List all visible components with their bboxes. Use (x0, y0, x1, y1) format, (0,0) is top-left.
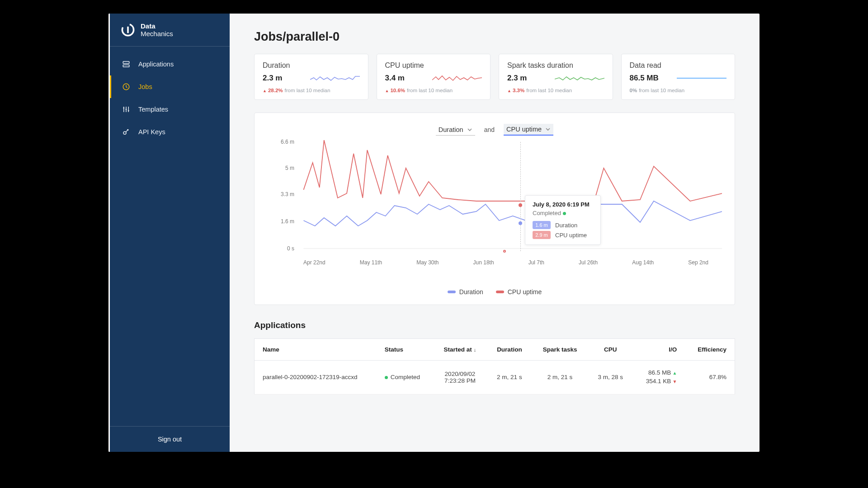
card-cpu-uptime: CPU uptime 3.4 m 10.6% from last 10 medi… (377, 54, 491, 100)
svg-point-5 (123, 131, 126, 134)
col-name[interactable]: Name (255, 339, 377, 361)
cell-name: parallel-0-20200902-172319-accxd (255, 361, 377, 394)
svg-rect-1 (127, 27, 129, 33)
status-text: Completed (391, 374, 420, 380)
sidebar-item-label: Jobs (138, 83, 152, 90)
chart-body: 6.6 m 5 m 3.3 m 1.6 m 0 s (267, 140, 722, 280)
metric-cards-row: Duration 2.3 m 28.2% from last 10 median… (254, 54, 735, 100)
card-footer: 28.2% from last 10 median (263, 88, 360, 93)
delta-suffix: from last 10 median (639, 88, 684, 93)
applications-table: Name Status Started at↓ Duration Spark t… (254, 338, 735, 394)
select-label: Duration (439, 126, 463, 133)
card-title: Spark tasks duration (507, 61, 604, 70)
tooltip-status: Completed (533, 210, 593, 216)
io-in: 86.5 MB (648, 369, 671, 376)
arrow-up-icon: ▲ (672, 371, 677, 375)
io-out: 354.1 KB (646, 378, 671, 385)
chart-panel: Duration and CPU uptime 6.6 m 5 m 3.3 m … (254, 113, 735, 305)
delta-suffix: from last 10 median (526, 88, 572, 93)
sidebar-item-templates[interactable]: Templates (110, 98, 230, 121)
legend-label: CPU uptime (508, 288, 542, 296)
delta-suffix: from last 10 median (407, 88, 453, 93)
chart-tooltip: July 8, 2020 6:19 PM Completed 1.6 m Dur… (525, 195, 601, 245)
applications-heading: Applications (254, 320, 735, 330)
card-data-read: Data read 86.5 MB 0% from last 10 median (621, 54, 736, 100)
y-tick: 6.6 m (281, 139, 294, 145)
card-value: 3.4 m (385, 74, 405, 83)
y-axis: 6.6 m 5 m 3.3 m 1.6 m 0 s (267, 140, 299, 249)
tooltip-date: July 8, 2020 6:19 PM (533, 201, 593, 208)
card-title: Duration (263, 61, 360, 70)
x-tick: Apr 22nd (303, 259, 326, 266)
col-efficiency[interactable]: Efficiency (685, 339, 735, 361)
logo: Data Mechanics (110, 14, 230, 47)
tooltip-badge: 2.9 m (533, 231, 551, 239)
card-footer: 0% from last 10 median (630, 88, 727, 93)
delta-suffix: from last 10 median (285, 88, 330, 93)
legend-swatch-icon (496, 291, 504, 293)
x-tick: Aug 14th (632, 259, 654, 266)
page-title: Jobs/parallel-0 (254, 30, 735, 44)
legend-item-cpu: CPU uptime (496, 288, 542, 296)
col-status[interactable]: Status (377, 339, 434, 361)
chevron-down-icon (467, 127, 472, 132)
col-spark-tasks[interactable]: Spark tasks (532, 339, 588, 361)
cell-status: Completed (377, 361, 434, 394)
chart-hover-dot-cpu (519, 203, 522, 207)
card-footer: 3.3% from last 10 median (507, 88, 604, 93)
cell-duration: 2 m, 21 s (487, 361, 533, 394)
chart-svg[interactable] (267, 140, 722, 258)
delta-value: 3.3% (507, 88, 524, 93)
logo-line2: Mechanics (141, 30, 173, 38)
logo-text: Data Mechanics (141, 22, 173, 38)
legend-item-duration: Duration (448, 288, 483, 296)
x-tick: May 11th (360, 259, 382, 266)
status-dot-icon (385, 376, 388, 379)
tooltip-label: CPU uptime (555, 232, 587, 239)
card-title: Data read (630, 61, 727, 70)
started-time: 7:23:28 PM (441, 377, 478, 384)
sidebar-item-label: API Keys (138, 128, 165, 136)
chart-select-b[interactable]: CPU uptime (504, 124, 553, 136)
logo-icon (120, 22, 136, 38)
x-tick: Jun 18th (473, 259, 494, 266)
tooltip-status-text: Completed (533, 210, 561, 216)
signout-button[interactable]: Sign out (110, 426, 230, 452)
cell-spark-tasks: 2 m, 21 s (532, 361, 588, 394)
chart-outlier-dot (503, 250, 506, 253)
api-keys-icon (122, 128, 130, 136)
sidebar-item-jobs[interactable]: Jobs (110, 75, 230, 98)
delta-value: 0% (630, 88, 637, 93)
col-cpu[interactable]: CPU (588, 339, 633, 361)
sparkline-icon (555, 73, 604, 83)
sidebar-item-api-keys[interactable]: API Keys (110, 121, 230, 143)
sidebar-item-applications[interactable]: Applications (110, 53, 230, 75)
col-label: Started at (444, 346, 472, 353)
chart-select-a[interactable]: Duration (436, 124, 475, 136)
applications-icon (122, 60, 130, 68)
app-frame: Data Mechanics Applications Jobs Templat… (108, 14, 760, 452)
x-tick: Jul 7th (528, 259, 544, 266)
col-io[interactable]: I/O (633, 339, 685, 361)
svg-rect-2 (123, 61, 129, 64)
cell-efficiency: 67.8% (685, 361, 735, 394)
legend-label: Duration (459, 288, 483, 296)
col-started-at[interactable]: Started at↓ (433, 339, 486, 361)
chevron-down-icon (545, 127, 551, 132)
sidebar-item-label: Applications (138, 61, 174, 68)
table-row[interactable]: parallel-0-20200902-172319-accxd Complet… (255, 361, 735, 394)
and-word: and (484, 126, 495, 133)
y-tick: 1.6 m (281, 218, 294, 225)
sort-desc-icon: ↓ (474, 347, 476, 352)
tooltip-label: Duration (555, 222, 577, 229)
card-value: 86.5 MB (630, 74, 659, 83)
y-tick: 3.3 m (281, 191, 294, 197)
col-duration[interactable]: Duration (487, 339, 533, 361)
delta-value: 10.6% (385, 88, 406, 93)
card-spark-tasks: Spark tasks duration 2.3 m 3.3% from las… (499, 54, 613, 100)
sparkline-icon (432, 73, 482, 83)
x-tick: Jul 26th (579, 259, 598, 266)
svg-rect-3 (123, 65, 129, 67)
card-duration: Duration 2.3 m 28.2% from last 10 median (254, 54, 368, 100)
card-value: 2.3 m (263, 74, 282, 83)
